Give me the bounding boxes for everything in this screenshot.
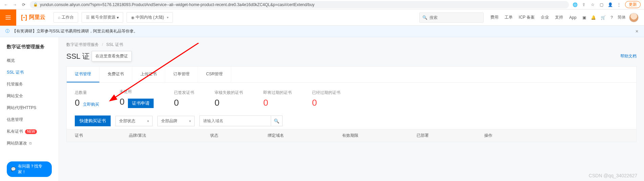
- main-content: 数字证书管理服务 / SSL 证书 SSL 证 在这里查看免费证 帮助文档 证书…: [59, 37, 644, 181]
- brand-select[interactable]: 全部品牌▾: [157, 116, 195, 126]
- topbar-links: 费用 工单 ICP 备案 企业 支持 App: [490, 15, 576, 20]
- link-support[interactable]: 支持: [555, 15, 563, 20]
- forward-icon[interactable]: →: [12, 2, 18, 7]
- sidebar-item-tamper[interactable]: 网站防篡改⧉: [0, 137, 59, 149]
- cloudshell-icon[interactable]: ▣: [582, 15, 586, 20]
- stat-label: 总数量: [75, 90, 99, 96]
- panel-icon[interactable]: ▢: [599, 2, 604, 7]
- address-bar[interactable]: 🔒 yundun.console.aliyun.com/?spm=5176.12…: [30, 1, 569, 8]
- sidebar-item-ssl[interactable]: SSL 证书: [0, 67, 59, 78]
- notice-text: 【有奖调研】立即参与SSL证书易用性调研，阿里云精美礼品等你拿。: [12, 28, 138, 34]
- expert-help-button[interactable]: 💬 有问题？找专家！: [7, 161, 52, 177]
- back-icon[interactable]: ←: [3, 2, 9, 7]
- filter-row: 快捷购买证书 全部状态▾ 全部品牌▾ 🔍: [67, 111, 636, 129]
- buy-now-link[interactable]: 立即购买: [83, 102, 99, 107]
- breadcrumb: 数字证书管理服务 / SSL 证书: [59, 37, 644, 50]
- sidebar-item-label: 网站安全: [7, 93, 23, 99]
- avatar[interactable]: [629, 13, 639, 22]
- kebab-icon[interactable]: ⋮: [616, 2, 622, 7]
- region-label: 中国内地 (大陆): [136, 15, 164, 20]
- list-icon: ☰: [86, 15, 90, 20]
- translate-icon[interactable]: 🌐: [572, 2, 578, 7]
- sidebar-item-overview[interactable]: 概览: [0, 55, 59, 67]
- tab-upload-cert[interactable]: 上传证书: [132, 67, 165, 82]
- stat-value: 0: [215, 98, 219, 108]
- sidebar-item-privatecert[interactable]: 私有证书NEW: [0, 126, 59, 137]
- domain-search-button[interactable]: 🔍: [271, 116, 282, 126]
- workbench-button[interactable]: ⌂ 工作台: [53, 12, 78, 23]
- select-value: 全部状态: [119, 118, 135, 124]
- link-icp[interactable]: ICP 备案: [519, 15, 535, 20]
- select-value: 全部品牌: [161, 118, 177, 124]
- stats-row: 总数量 0立即购买 未使用 0证书申请 已签发证书 0 审核失败的证书 0 即将…: [67, 83, 636, 111]
- close-icon[interactable]: ✕: [635, 29, 639, 34]
- tab-free-cert[interactable]: 免费证书: [99, 67, 132, 82]
- hamburger-icon: [5, 14, 12, 21]
- sidebar-item-hosting[interactable]: 托管服务: [0, 78, 59, 90]
- stat-label: 审核失败的证书: [215, 90, 243, 96]
- region-select[interactable]: ◉ 中国内地 (大陆) ▾: [127, 12, 173, 23]
- quick-buy-button[interactable]: 快捷购买证书: [75, 115, 111, 126]
- stat-value: 0: [174, 98, 179, 108]
- domain-input[interactable]: [200, 117, 271, 125]
- link-fee[interactable]: 费用: [490, 15, 498, 20]
- link-app[interactable]: App: [569, 15, 576, 20]
- sidebar-item-websec[interactable]: 网站安全: [0, 90, 59, 102]
- stat-label: 已签发证书: [174, 90, 194, 96]
- col-valid: 有效期限: [342, 133, 417, 138]
- stat-value: 0: [312, 98, 317, 108]
- external-link-icon: ⧉: [29, 141, 32, 146]
- global-search[interactable]: 🔍: [419, 12, 484, 23]
- lock-icon: 🔒: [33, 2, 38, 7]
- watermark: CSDN @qq_34022627: [589, 173, 637, 178]
- reload-icon[interactable]: ⟳: [21, 2, 26, 7]
- cart-icon[interactable]: 🛒: [601, 15, 606, 20]
- apply-cert-button[interactable]: 证书申请: [128, 99, 154, 108]
- brand[interactable]: [-] 阿里云: [16, 14, 50, 21]
- bell-icon[interactable]: 🔔: [591, 15, 596, 20]
- account-scope-label: 账号全部资源: [91, 15, 115, 20]
- tab-order[interactable]: 订单管理: [165, 67, 198, 82]
- home-icon: ⌂: [58, 15, 60, 20]
- help-doc-link[interactable]: 帮助文档: [620, 53, 637, 59]
- new-badge: NEW: [25, 129, 37, 134]
- tabs: 证书管理 免费证书 上传证书 订单管理 CSR管理: [67, 67, 636, 83]
- star-icon[interactable]: ☆: [590, 2, 595, 7]
- update-button[interactable]: 更新: [625, 1, 641, 8]
- sidebar-item-label: SSL 证书: [7, 70, 24, 75]
- breadcrumb-current: SSL 证书: [106, 42, 123, 47]
- tab-cert-manage[interactable]: 证书管理: [67, 67, 99, 82]
- search-input[interactable]: [429, 15, 481, 20]
- link-enterprise[interactable]: 企业: [541, 15, 549, 20]
- tab-csr[interactable]: CSR管理: [198, 67, 231, 82]
- chat-icon: 💬: [11, 167, 16, 172]
- chevron-down-icon: ▾: [117, 15, 119, 20]
- stat-label: 即将过期的证书: [263, 90, 292, 96]
- stat-label: 未使用: [119, 89, 153, 95]
- sidebar-item-label: 信息管理: [7, 117, 23, 123]
- sidebar-item-label: 概览: [7, 58, 15, 63]
- chevron-down-icon: ▾: [189, 119, 191, 123]
- notice-banner: ⓘ 【有奖调研】立即参与SSL证书易用性调研，阿里云精美礼品等你拿。 ✕: [0, 26, 644, 37]
- account-scope-select[interactable]: ☰ 账号全部资源 ▾: [82, 12, 123, 23]
- url-text: yundun.console.aliyun.com/?spm=5176.1281…: [40, 2, 314, 7]
- help-icon[interactable]: ?: [610, 15, 613, 20]
- sidebar-item-info[interactable]: 信息管理: [0, 114, 59, 126]
- status-select[interactable]: 全部状态▾: [115, 116, 153, 126]
- breadcrumb-root[interactable]: 数字证书管理服务: [66, 42, 99, 47]
- link-ticket[interactable]: 工单: [505, 15, 513, 20]
- content-card: 证书管理 免费证书 上传证书 订单管理 CSR管理 总数量 0立即购买 未使用 …: [66, 66, 637, 142]
- topbar-icons: ▣ 🔔 🛒 ? 简体: [582, 15, 626, 20]
- hamburger-menu[interactable]: [0, 9, 16, 26]
- info-icon: ⓘ: [5, 28, 9, 34]
- chevron-down-icon: ▾: [167, 16, 169, 19]
- stat-unused: 未使用 0证书申请: [119, 89, 153, 108]
- sidebar-item-proxyhttps[interactable]: 网站代理HTTPS: [0, 102, 59, 114]
- chevron-down-icon: ▾: [147, 119, 149, 123]
- col-deployed: 已部署: [417, 133, 484, 138]
- sidebar-item-label: 托管服务: [7, 81, 23, 87]
- col-brand: 品牌/算法: [129, 133, 210, 138]
- lang-switch[interactable]: 简体: [618, 15, 626, 20]
- profile-icon[interactable]: 👤: [607, 2, 613, 7]
- share-icon[interactable]: ⇪: [581, 2, 586, 7]
